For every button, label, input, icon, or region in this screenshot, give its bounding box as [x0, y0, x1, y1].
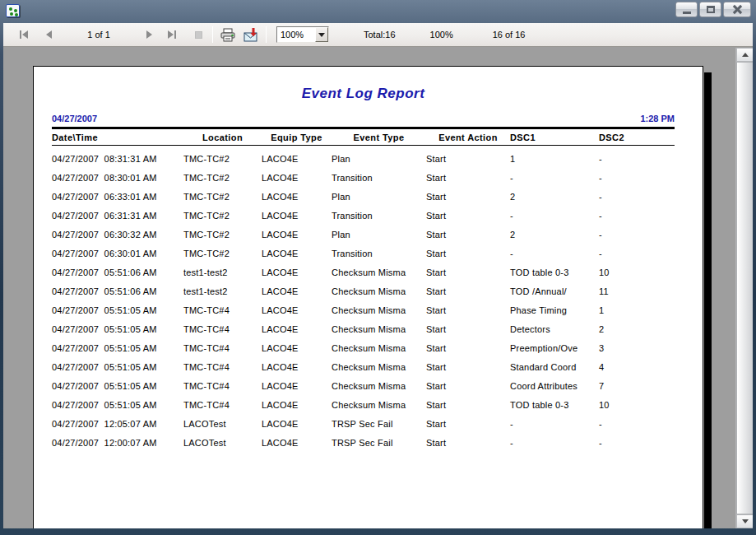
table-cell: TMC-TC#2: [183, 154, 262, 164]
column-header: Equip Type: [262, 133, 332, 142]
table-cell: -: [599, 419, 675, 429]
page-indicator: 1 of 1: [58, 30, 140, 40]
table-cell: LACO4E: [262, 438, 332, 448]
table-cell: -: [599, 173, 675, 183]
table-cell: -: [510, 173, 599, 183]
close-icon: [733, 5, 742, 14]
table-cell: 04/27/2007 12:05:07 AM: [52, 419, 183, 429]
stop-button[interactable]: [189, 26, 207, 44]
table-cell: TOD table 0-3: [510, 400, 599, 410]
table-cell: Plan: [332, 230, 426, 240]
table-cell: 04/27/2007 06:30:32 AM: [52, 230, 183, 240]
table-cell: -: [599, 230, 675, 240]
table-cell: LACO4E: [262, 286, 332, 296]
table-cell: Start: [426, 192, 510, 202]
table-cell: TRSP Sec Fail: [332, 419, 426, 429]
table-cell: Checksum Misma: [332, 381, 426, 391]
table-row: 04/27/2007 08:30:01 AMTMC-TC#2LACO4ETran…: [52, 168, 675, 187]
print-icon: [220, 28, 236, 42]
table-cell: -: [599, 192, 675, 202]
table-cell: 04/27/2007 05:51:05 AM: [52, 362, 183, 372]
table-cell: Start: [426, 362, 510, 372]
table-cell: TOD table 0-3: [510, 268, 599, 277]
table-row: 04/27/2007 05:51:05 AMTMC-TC#4LACO4EChec…: [52, 300, 675, 319]
table-cell: TMC-TC#2: [183, 173, 262, 183]
scrollbar-thumb[interactable]: [736, 62, 753, 514]
column-header: Event Action: [426, 133, 510, 142]
scroll-up-button[interactable]: [736, 48, 753, 62]
table-cell: Plan: [332, 154, 426, 164]
table-cell: 04/27/2007 05:51:05 AM: [52, 343, 183, 353]
table-cell: 04/27/2007 12:00:07 AM: [52, 438, 183, 448]
zoom-dropdown-button[interactable]: [315, 27, 328, 42]
report-content: Event Log Report 04/27/2007 1:28 PM Date…: [34, 86, 703, 452]
scroll-down-button[interactable]: [736, 514, 753, 528]
table-cell: Checksum Misma: [332, 324, 426, 334]
table-cell: LACO4E: [262, 305, 332, 315]
report-date-row: 04/27/2007 1:28 PM: [52, 114, 675, 123]
table-cell: LACO4E: [262, 230, 332, 240]
titlebar: [0, 0, 756, 23]
table-cell: TOD /Annual/: [510, 286, 599, 296]
table-cell: TMC-TC#4: [183, 324, 262, 334]
table-cell: Phase Timing: [510, 305, 599, 315]
table-cell: 04/27/2007 05:51:05 AM: [52, 381, 183, 391]
table-cell: Coord Attributes: [510, 381, 599, 391]
table-row: 04/27/2007 06:31:31 AMTMC-TC#2LACO4ETran…: [52, 206, 675, 225]
table-cell: -: [510, 419, 599, 429]
first-page-button[interactable]: [15, 26, 33, 44]
table-cell: LACO4E: [262, 249, 332, 258]
table-cell: LACO4E: [262, 173, 332, 183]
report-page: Event Log Report 04/27/2007 1:28 PM Date…: [33, 66, 703, 528]
table-cell: Start: [426, 173, 510, 183]
table-cell: Start: [426, 211, 510, 221]
toolbar: 1 of 1: [3, 23, 753, 47]
table-cell: -: [510, 249, 599, 258]
minimize-icon: [683, 12, 691, 14]
table-row: 04/27/2007 08:31:31 AMTMC-TC#2LACO4EPlan…: [52, 149, 675, 168]
first-page-icon: [20, 30, 21, 39]
table-cell: Start: [426, 324, 510, 334]
export-button[interactable]: [241, 26, 261, 44]
table-cell: LACO4E: [262, 192, 332, 202]
table-cell: Start: [426, 400, 510, 410]
table-cell: 2: [599, 324, 675, 334]
table-cell: -: [599, 438, 675, 448]
table-cell: Detectors: [510, 324, 599, 334]
table-cell: TMC-TC#4: [183, 362, 262, 372]
page-shadow: [704, 72, 712, 528]
minimize-button[interactable]: [675, 2, 698, 17]
table-cell: 4: [599, 362, 675, 372]
last-page-button[interactable]: [163, 26, 181, 44]
next-page-icon: [146, 30, 152, 39]
table-cell: 1: [599, 305, 675, 315]
window-controls: [675, 2, 751, 17]
vertical-scrollbar[interactable]: [735, 48, 753, 528]
column-header: Event Type: [332, 133, 426, 142]
table-cell: Start: [426, 305, 510, 315]
table-row: 04/27/2007 05:51:05 AMTMC-TC#4LACO4EChec…: [52, 376, 675, 395]
zoom-dropdown-icon: [318, 33, 325, 37]
column-header: Date\Time: [52, 133, 183, 142]
table-cell: Transition: [332, 173, 426, 183]
toolbar-separator: [212, 26, 213, 43]
maximize-button[interactable]: [699, 2, 721, 17]
table-cell: 04/27/2007 08:31:31 AM: [52, 154, 183, 164]
app-icon[interactable]: [6, 4, 20, 17]
table-cell: TMC-TC#2: [183, 230, 262, 240]
column-header: DSC2: [599, 133, 675, 142]
close-button[interactable]: [723, 2, 751, 17]
records-shown-label: 16 of 16: [493, 30, 526, 40]
table-cell: LACOTest: [183, 438, 262, 448]
print-button[interactable]: [218, 26, 238, 44]
stop-icon: [195, 31, 202, 39]
table-row: 04/27/2007 05:51:05 AMTMC-TC#4LACO4EChec…: [52, 357, 675, 376]
zoom-value[interactable]: 100%: [277, 27, 315, 42]
next-page-button[interactable]: [140, 26, 158, 44]
zoom-combobox[interactable]: 100%: [276, 26, 329, 43]
table-cell: 04/27/2007 05:51:06 AM: [52, 268, 183, 277]
previous-page-button[interactable]: [39, 26, 58, 44]
table-cell: LACO4E: [262, 324, 332, 334]
table-cell: LACO4E: [262, 362, 332, 372]
scroll-down-icon: [742, 519, 749, 523]
